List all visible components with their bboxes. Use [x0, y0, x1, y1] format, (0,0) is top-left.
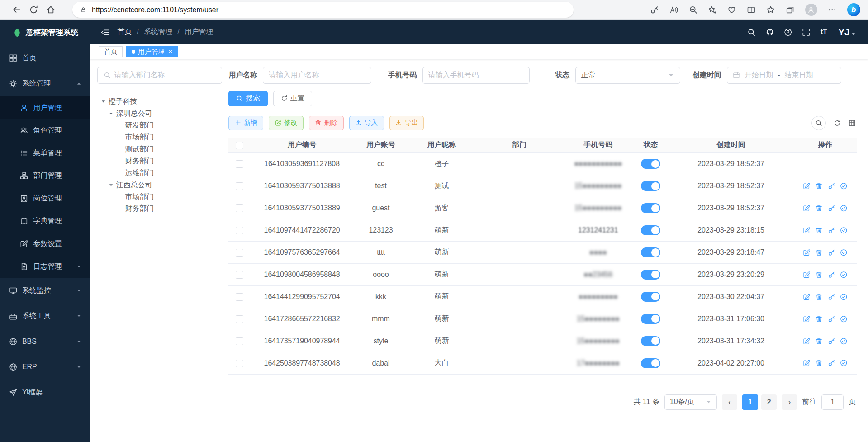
trash-icon[interactable] [815, 315, 823, 323]
check-circle-icon[interactable] [840, 293, 848, 301]
username-input[interactable] [263, 67, 371, 84]
key-icon[interactable] [828, 315, 835, 323]
key-icon[interactable] [828, 271, 835, 279]
reset-button[interactable]: 重置 [273, 91, 312, 106]
check-circle-icon[interactable] [840, 204, 848, 212]
edit-icon[interactable] [803, 337, 811, 345]
check-circle-icon[interactable] [840, 249, 848, 257]
status-toggle[interactable] [641, 203, 660, 213]
key-icon[interactable] [828, 204, 835, 212]
status-toggle[interactable] [641, 225, 660, 235]
phone-input-field[interactable] [428, 71, 524, 79]
check-circle-icon[interactable] [840, 271, 848, 279]
edit-icon[interactable] [803, 227, 811, 234]
browser-essentials-icon[interactable] [727, 5, 736, 14]
edit-icon[interactable] [803, 204, 811, 212]
edit-icon[interactable] [803, 359, 811, 367]
fullscreen-icon[interactable] [802, 28, 810, 36]
key-icon[interactable] [828, 227, 835, 234]
trash-icon[interactable] [815, 337, 823, 345]
question-icon[interactable] [784, 28, 792, 36]
sidebar-item-dict-management[interactable]: 字典管理 [0, 210, 90, 233]
tree-node[interactable]: 橙子科技 [97, 96, 222, 108]
sidebar-item-bbs[interactable]: BBS [0, 329, 90, 354]
check-circle-icon[interactable] [840, 337, 848, 345]
key-icon[interactable] [828, 293, 835, 301]
tab-user-management[interactable]: 用户管理× [126, 46, 178, 58]
check-circle-icon[interactable] [840, 359, 848, 367]
row-checkbox[interactable] [236, 160, 243, 168]
sidebar-item-dept-management[interactable]: 部门管理 [0, 164, 90, 187]
sidebar-item-yi-framework[interactable]: Yi框架 [0, 380, 90, 405]
export-button[interactable]: 导出 [389, 116, 424, 130]
row-checkbox[interactable] [236, 249, 243, 257]
read-aloud-icon[interactable] [669, 5, 678, 14]
key-icon[interactable] [828, 359, 835, 367]
key-icon[interactable] [650, 5, 659, 14]
row-checkbox[interactable] [236, 182, 243, 190]
tree-node[interactable]: 市场部门 [97, 191, 222, 203]
import-button[interactable]: 导入 [349, 116, 384, 130]
status-toggle[interactable] [641, 159, 660, 169]
favorites-icon[interactable] [766, 5, 775, 14]
check-circle-icon[interactable] [840, 182, 848, 190]
status-toggle[interactable] [641, 292, 660, 302]
trash-icon[interactable] [815, 249, 823, 257]
status-toggle[interactable] [641, 247, 660, 257]
menu-fold-icon[interactable] [100, 28, 110, 37]
page-button-1[interactable]: 1 [742, 394, 758, 410]
sidebar-item-menu-management[interactable]: 菜单管理 [0, 142, 90, 164]
row-checkbox[interactable] [236, 271, 243, 279]
department-search-input[interactable] [114, 71, 216, 79]
tree-node[interactable]: 运维部门 [97, 167, 222, 179]
delete-button[interactable]: 删除 [309, 116, 344, 130]
sidebar-item-post-management[interactable]: 岗位管理 [0, 187, 90, 210]
search-button[interactable]: 搜索 [228, 91, 267, 106]
page-button-2[interactable]: 2 [761, 394, 777, 410]
row-checkbox[interactable] [236, 227, 243, 234]
trash-icon[interactable] [815, 359, 823, 367]
row-checkbox[interactable] [236, 293, 243, 301]
phone-input[interactable] [422, 67, 530, 84]
bing-icon[interactable]: b [847, 3, 860, 16]
key-icon[interactable] [828, 337, 835, 345]
refresh-icon[interactable] [29, 5, 38, 14]
tree-node[interactable]: 江西总公司 [97, 179, 222, 191]
add-button[interactable]: 新增 [228, 116, 263, 130]
edit-icon[interactable] [803, 249, 811, 257]
tree-node[interactable]: 研发部门 [97, 119, 222, 131]
key-icon[interactable] [828, 182, 835, 190]
trash-icon[interactable] [815, 227, 823, 234]
toggle-search-button[interactable] [811, 116, 826, 130]
sidebar-item-erp[interactable]: ERP [0, 354, 90, 380]
status-toggle[interactable] [641, 358, 660, 368]
edit-button[interactable]: 修改 [269, 116, 304, 130]
collections-icon[interactable] [786, 5, 795, 14]
caret-down-icon[interactable] [109, 111, 114, 116]
tree-node[interactable]: 深圳总公司 [97, 108, 222, 119]
caret-down-icon[interactable] [109, 183, 114, 188]
sidebar-item-system-management[interactable]: 系统管理 [0, 71, 90, 96]
edit-icon[interactable] [803, 271, 811, 279]
tree-node[interactable]: 测试部门 [97, 143, 222, 155]
github-icon[interactable] [766, 28, 774, 36]
sidebar-item-user-management[interactable]: 用户管理 [0, 96, 90, 119]
trash-icon[interactable] [815, 271, 823, 279]
sidebar-item-role-management[interactable]: 角色管理 [0, 119, 90, 142]
next-page-button[interactable]: › [782, 394, 797, 410]
sidebar-item-home[interactable]: 首页 [0, 45, 90, 71]
breadcrumb-item[interactable]: 首页 [117, 27, 132, 37]
edit-icon[interactable] [803, 293, 811, 301]
split-screen-icon[interactable] [747, 5, 756, 14]
profile-avatar[interactable] [805, 4, 817, 16]
edit-icon[interactable] [803, 315, 811, 323]
url-text[interactable]: https://ccnetcore.com:1101/system/user [92, 6, 218, 14]
font-size-icon[interactable]: tT [821, 28, 827, 36]
more-icon[interactable] [828, 5, 837, 14]
grid-icon[interactable] [849, 119, 856, 127]
back-icon[interactable] [12, 5, 21, 14]
goto-page-input[interactable] [821, 394, 844, 410]
status-toggle[interactable] [641, 336, 660, 346]
tab-home[interactable]: 首页 [99, 46, 123, 58]
tree-node[interactable]: 财务部门 [97, 155, 222, 167]
